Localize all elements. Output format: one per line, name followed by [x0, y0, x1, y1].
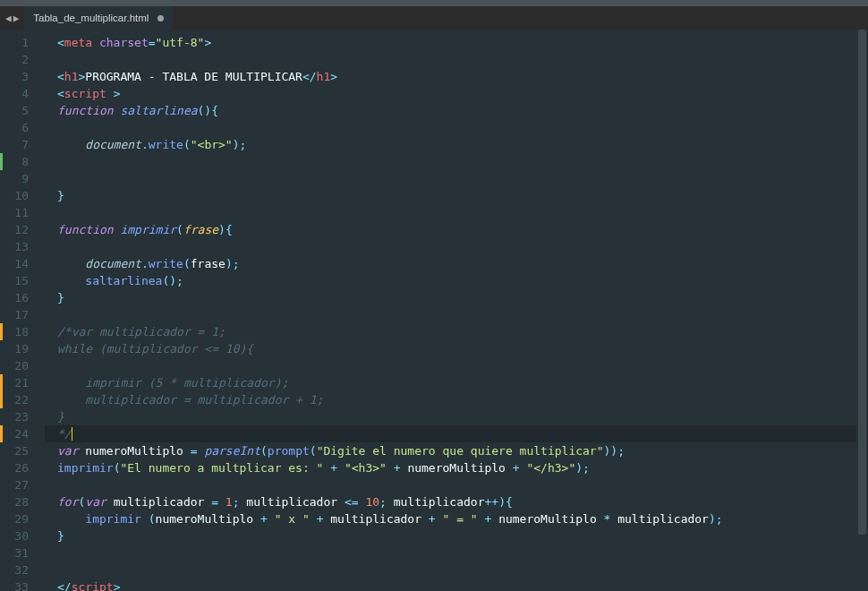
token-punc: (	[183, 138, 191, 151]
token-punc: (	[149, 512, 156, 526]
token-obj: document	[85, 138, 141, 151]
token-str: "<br>"	[191, 138, 233, 151]
token-str: " x "	[275, 512, 310, 526]
token-op: +	[429, 512, 436, 526]
code-line[interactable]: }	[45, 187, 868, 204]
code-line[interactable]	[45, 357, 868, 374]
token-txt	[57, 138, 85, 151]
token-varn: multiplicador	[330, 512, 429, 526]
line-number: 21	[0, 374, 45, 391]
token-txt	[57, 274, 85, 287]
token-txt	[218, 495, 226, 509]
token-num: 10	[365, 495, 379, 509]
code-line[interactable]	[45, 153, 868, 170]
token-brk: >	[114, 87, 121, 100]
code-line[interactable]: <script >	[45, 85, 868, 102]
token-attr: charset	[99, 36, 149, 49]
code-line[interactable]: saltarlinea();	[45, 272, 868, 289]
token-txt	[106, 87, 114, 100]
code-line[interactable]: for(var multiplicador = 1; multiplicador…	[45, 493, 868, 510]
line-number: 3	[0, 68, 45, 85]
code-line[interactable]: while (multiplicador <= 10){	[45, 340, 868, 357]
code-line[interactable]: function saltarlinea(){	[45, 102, 868, 119]
token-punc: )	[575, 461, 583, 475]
nav-forward-icon[interactable]: ▶	[13, 13, 20, 24]
token-op: +	[330, 461, 337, 475]
tab-active[interactable]: Tabla_de_multiplicar.html	[24, 6, 173, 30]
token-tag: script	[72, 580, 114, 591]
code-line[interactable]: }	[45, 408, 868, 425]
tab-title: Tabla_de_multiplicar.html	[33, 13, 149, 23]
code-line[interactable]	[45, 476, 868, 493]
token-punc: }	[57, 529, 64, 543]
line-number: 23	[0, 408, 45, 425]
code-line[interactable]: function imprimir(frase){	[45, 221, 868, 238]
token-str: "El numero a multplicar es: "	[120, 461, 323, 475]
token-cmt: while (multiplicador <= 10){	[57, 342, 253, 355]
line-number: 22	[0, 391, 45, 408]
token-param: frase	[183, 223, 218, 236]
token-obj: document	[85, 257, 141, 270]
token-txt	[387, 495, 394, 509]
code-line[interactable]: document.write("<br>");	[45, 136, 868, 153]
token-fncall: write	[149, 138, 183, 151]
line-number: 6	[0, 119, 45, 136]
token-txt	[436, 512, 443, 526]
token-punc: {	[226, 223, 233, 236]
code-line[interactable]: multiplicador = multiplicador + 1;	[45, 391, 868, 408]
token-str: "</h3>"	[526, 461, 575, 475]
code-line[interactable]	[45, 119, 868, 136]
token-brk: </	[302, 70, 317, 83]
code-line[interactable]: /*var multiplicador = 1;	[45, 323, 868, 340]
code-content[interactable]: <meta charset="utf-8"><h1>PROGRAMA - TAB…	[45, 30, 868, 591]
code-line[interactable]	[45, 51, 868, 68]
line-number: 26	[0, 459, 45, 476]
code-line[interactable]	[45, 238, 868, 255]
token-txt	[268, 512, 275, 526]
token-num: 1	[226, 495, 233, 509]
token-fncall: imprimir	[57, 461, 114, 475]
editor-area[interactable]: 1234567891011121314151617181920212223242…	[0, 30, 868, 591]
code-line[interactable]	[45, 204, 868, 221]
code-line[interactable]: */	[45, 425, 868, 442]
code-line[interactable]: }	[45, 527, 868, 544]
code-line[interactable]: document.write(frase);	[45, 255, 868, 272]
token-tag: h1	[64, 70, 79, 83]
code-line[interactable]: }	[45, 289, 868, 306]
line-number: 33	[0, 578, 45, 591]
code-line[interactable]: var numeroMultiplo = parseInt(prompt("Di…	[45, 442, 868, 459]
line-number: 9	[0, 170, 45, 187]
code-line[interactable]: imprimir("El numero a multplicar es: " +…	[45, 459, 868, 476]
line-number: 16	[0, 289, 45, 306]
token-tag: h1	[317, 70, 331, 83]
code-line[interactable]	[45, 561, 868, 578]
window-titlebar	[0, 0, 868, 6]
token-punc: }	[57, 189, 64, 202]
line-number: 30	[0, 527, 45, 544]
nav-back-icon[interactable]: ◀	[5, 13, 12, 24]
token-op: +	[513, 461, 520, 475]
code-line[interactable]	[45, 170, 868, 187]
token-fncall: imprimir	[85, 512, 148, 526]
code-line[interactable]: </script>	[45, 578, 868, 591]
token-varn: frase	[191, 257, 226, 270]
token-op: +	[260, 512, 268, 526]
token-kw: var	[57, 444, 78, 458]
code-line[interactable]: imprimir (numeroMultiplo + " x " + multi…	[45, 510, 868, 527]
token-varn: numeroMultiplo	[156, 512, 260, 526]
line-number: 25	[0, 442, 45, 459]
vertical-scrollbar[interactable]	[856, 30, 868, 591]
line-number: 18	[0, 323, 45, 340]
code-line[interactable]: imprimir (5 * multiplicador);	[45, 374, 868, 391]
line-number: 11	[0, 204, 45, 221]
scrollbar-thumb[interactable]	[858, 30, 866, 535]
line-number: 29	[0, 510, 45, 527]
code-line[interactable]: <h1>PROGRAMA - TABLA DE MULTIPLICAR</h1>	[45, 68, 868, 85]
token-kw: function	[57, 104, 114, 117]
line-number: 1	[0, 34, 45, 51]
token-txt: PROGRAMA - TABLA DE MULTIPLICAR	[85, 70, 302, 83]
code-line[interactable]	[45, 306, 868, 323]
code-line[interactable]: <meta charset="utf-8">	[45, 34, 868, 51]
code-line[interactable]	[45, 544, 868, 561]
token-fn: imprimir	[120, 223, 176, 236]
